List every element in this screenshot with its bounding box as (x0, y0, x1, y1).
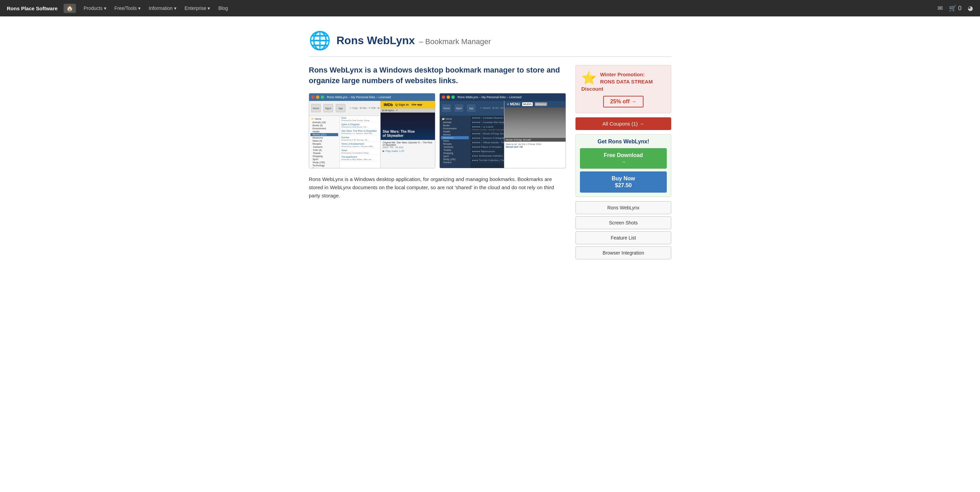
folder-shopping: Shopping (310, 155, 338, 158)
folder-movies: Movies (227) (310, 133, 338, 136)
min-dot2 (447, 96, 450, 99)
folder-news: News (4) (310, 139, 338, 142)
site-brand[interactable]: Rons Place Software (7, 5, 57, 11)
side-links: Rons WebLynx Screen Shots Feature List B… (576, 201, 671, 259)
imdb-movie-thumb: Star Wars: The Riseof Skywalker (380, 113, 435, 140)
folder-tech: Technology (310, 164, 338, 167)
ss2-title: Rons WebLynx – My Personal links – Licen… (458, 96, 522, 99)
ss2-sidebar: 📁 Home Animals Books Environment Health … (440, 116, 471, 168)
max-dot (321, 96, 324, 99)
nav-right: ✉ 🛒 0 ◕ (938, 5, 973, 12)
museum-header: ≡ MENU MUDO Bilietene (504, 101, 566, 107)
d-folder-movies: Movies (441, 133, 469, 136)
navbar: Rons Place Software 🏠 Products ▾ Free/To… (0, 0, 980, 16)
nav-enterprise[interactable]: Enterprise ▾ (181, 4, 214, 12)
rss-icon[interactable]: ◕ (968, 5, 973, 12)
free-download-label: Free Download (604, 152, 643, 158)
folder-animals: Animals (18) (310, 121, 338, 124)
d-folder-env: Environment (441, 127, 469, 130)
folder-tourism: Tourism (310, 167, 338, 168)
folder-env: Environment (310, 127, 338, 130)
get-box: Get Rons WebLynx! Free Download → Buy No… (576, 134, 671, 197)
d-folder-sport: Sport (441, 155, 469, 158)
museum-label: Musée d'Orsay: Accueil (504, 138, 566, 142)
tb2-app: App (466, 104, 476, 112)
folder-keto: Keto (4) (310, 149, 338, 152)
folder-books: Books (9) (310, 124, 338, 127)
cart-icon[interactable]: 🛒 0 (949, 5, 961, 12)
buy-now-label: Buy Now (612, 176, 635, 182)
free-download-button[interactable]: Free Download → (580, 148, 667, 169)
star-icon: ⭐ (581, 71, 597, 85)
d-folder-news: News (441, 139, 469, 142)
ss1-titlebar: Rons WebLynx – My Personal links – Licen… (309, 93, 435, 101)
d-folder-tourism: Tourism (441, 161, 469, 164)
promo-off-button[interactable]: 25% off → (603, 96, 643, 107)
d-folder-recipes: Recipes (441, 142, 469, 145)
nav-information[interactable]: Information ▾ (145, 4, 180, 12)
folder-health: Health (310, 130, 338, 133)
ss1-sidebar: 📁 Home Animals (18) Books (9) Environmen… (309, 116, 340, 168)
tb-app: App (336, 104, 345, 112)
tb-manage: Mgmt (323, 104, 333, 112)
screenshots-container: Rons WebLynx – My Personal links – Licen… (309, 93, 566, 168)
buy-price-label: $27.50 (615, 182, 632, 188)
close-dot2 (442, 96, 445, 99)
d-folder-shopping: Shopping (441, 152, 469, 155)
side-link-screenshots[interactable]: Screen Shots (576, 216, 671, 229)
product-title: Rons WebLynx (336, 34, 415, 46)
folder-sport: Sport (310, 158, 338, 161)
screenshot-1: Rons WebLynx – My Personal links – Licen… (309, 93, 435, 168)
folder-study: Study (150) (310, 161, 338, 164)
nav-free-tools[interactable]: Free/Tools ▾ (111, 4, 144, 12)
product-title-area: Rons WebLynx – Bookmark Manager (336, 34, 491, 47)
coupons-button[interactable]: All Coupons (1) → (576, 117, 671, 130)
nav-blog[interactable]: Blog (215, 4, 231, 12)
product-header: 🌐 Rons WebLynx – Bookmark Manager (309, 23, 671, 57)
folder-museums: Museums (310, 136, 338, 139)
d-folder-study: Study (150) (441, 158, 469, 161)
folder-recipes: Recipes (310, 142, 338, 145)
product-tagline: Rons WebLynx is a Windows desktop bookma… (309, 65, 566, 86)
buy-now-button[interactable]: Buy Now $27.50 (580, 171, 667, 193)
two-col-layout: Rons WebLynx is a Windows desktop bookma… (309, 65, 671, 259)
product-subtitle: – Bookmark Manager (419, 37, 491, 46)
nav-links: Products ▾ Free/Tools ▾ Information ▾ En… (80, 4, 938, 12)
tb2-manage: Mgmt (454, 104, 464, 112)
d-folder-health: Health (441, 130, 469, 133)
free-download-arrow: → (621, 159, 626, 165)
ss1-title: Rons WebLynx – My Personal links – Licen… (327, 96, 391, 99)
side-link-feature-list[interactable]: Feature List (576, 231, 671, 244)
d-folder-home: 📁 Home (441, 117, 469, 121)
side-link-rons-weblynx[interactable]: Rons WebLynx (576, 201, 671, 214)
museum-info: Data la ref. Jer Est 1 Primar 2024 Stree… (504, 142, 566, 150)
imdb-header: IMDb Q Sign In Use app (380, 101, 435, 109)
tb-home: Home (311, 104, 321, 112)
d-folder-animals: Animals (441, 121, 469, 124)
museum-overlay: ≡ MENU MUDO Bilietene 🎵 🎵 🎵 Musée d'Orsa… (504, 101, 566, 168)
home-icon[interactable]: 🏠 (64, 4, 76, 13)
max-dot2 (451, 96, 455, 99)
screenshot-2: Rons WebLynx – My Personal links – Licen… (439, 93, 566, 168)
ss2-titlebar: Rons WebLynx – My Personal links – Licen… (440, 93, 566, 101)
sidebar: ⭐ Winter Promotion:RONS DATA STREAMDisco… (576, 65, 671, 259)
min-dot (316, 96, 319, 99)
get-title: Get Rons WebLynx! (580, 139, 667, 145)
close-dot (311, 96, 315, 99)
globe-icon: 🌐 (309, 30, 331, 51)
page-wrapper: 🌐 Rons WebLynx – Bookmark Manager Rons W… (302, 16, 678, 266)
d-folder-books: Books (441, 124, 469, 127)
imdb-details: Original title: Star Wars: Episode IX – … (380, 140, 435, 154)
email-icon[interactable]: ✉ (938, 5, 943, 12)
promo-box: ⭐ Winter Promotion:RONS DATA STREAMDisco… (576, 65, 671, 113)
folder-home: 📁 Home (310, 117, 338, 121)
nav-products[interactable]: Products ▾ (80, 4, 110, 12)
imdb-movie-title: Star Wars: The Riseof Skywalker (383, 130, 433, 138)
tb2-home: Home (442, 104, 451, 112)
d-folder-desserts: Desserts (441, 145, 469, 149)
museum-image: 🎵 🎵 🎵 Musée d'Orsay: Accueil (504, 107, 566, 142)
folder-roasts: Roasts (310, 152, 338, 155)
imdb-overlay: IMDb Q Sign In Use app ⊞ All topics ↗ St… (380, 101, 435, 168)
side-link-browser-integration[interactable]: Browser Integration (576, 246, 671, 259)
main-content: Rons WebLynx is a Windows desktop bookma… (309, 65, 566, 205)
